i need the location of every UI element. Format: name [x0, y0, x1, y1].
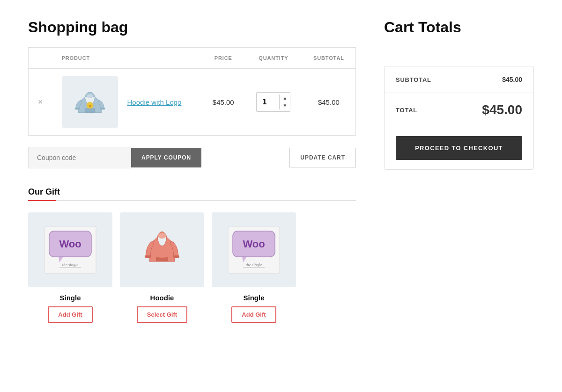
quantity-up-button[interactable]: ▲ — [280, 94, 290, 102]
add-gift-button-3[interactable]: Add Gift — [231, 306, 276, 323]
gift-divider — [28, 200, 356, 201]
gift-card-3: Woo the single Single Add Gift — [212, 212, 296, 323]
update-cart-button[interactable]: UPDATE CART — [289, 148, 356, 167]
quantity-down-button[interactable]: ▼ — [280, 102, 290, 109]
svg-text:Woo: Woo — [59, 238, 81, 250]
add-gift-button-1[interactable]: Add Gift — [48, 306, 92, 323]
gift-image-2 — [120, 212, 204, 287]
subtotal-row: SUBTOTAL $45.00 — [385, 66, 533, 93]
gift-items: Woo the single Single Add Gift — [28, 212, 356, 323]
svg-rect-12 — [145, 255, 151, 258]
remove-item-button[interactable]: × — [38, 98, 43, 106]
gift-image-1: Woo the single — [28, 212, 112, 287]
item-subtotal: $45.00 — [302, 69, 356, 136]
svg-rect-4 — [100, 108, 105, 110]
gift-name-1: Single — [59, 294, 81, 302]
total-label: TOTAL — [396, 107, 417, 114]
gift-card-2: Hoodie Select Gift — [120, 212, 204, 323]
shopping-bag-title: Shopping bag — [28, 19, 356, 36]
svg-rect-13 — [173, 255, 179, 258]
select-gift-button-2[interactable]: Select Gift — [137, 306, 187, 323]
item-quantity-cell: ▲ ▼ — [245, 69, 302, 136]
svg-point-11 — [158, 233, 166, 239]
subtotal-value: $45.00 — [502, 76, 522, 83]
cart-actions: APPLY COUPON UPDATE CART — [28, 147, 356, 168]
quantity-input[interactable] — [257, 93, 279, 111]
quantity-header: QUANTITY — [245, 48, 302, 69]
svg-rect-3 — [74, 108, 80, 110]
subtotal-header: SUBTOTAL — [302, 48, 356, 69]
gift-name-2: Hoodie — [150, 294, 174, 302]
item-price: $45.00 — [201, 69, 245, 136]
gift-name-3: Single — [243, 294, 264, 302]
product-header: PRODUCT — [52, 48, 202, 69]
cart-item-row: × — [29, 69, 356, 136]
cart-totals-box: SUBTOTAL $45.00 TOTAL $45.00 PROCEED TO … — [384, 66, 534, 170]
svg-point-0 — [86, 94, 93, 98]
our-gift-section: Our Gift Woo the single — [28, 187, 356, 323]
gift-image-3: Woo the single — [212, 212, 296, 287]
checkout-button[interactable]: PROCEED TO CHECKOUT — [396, 136, 522, 160]
product-image: 😊 — [62, 76, 118, 128]
total-value: $45.00 — [482, 102, 522, 117]
price-header: PRICE — [201, 48, 245, 69]
svg-text:😊: 😊 — [88, 104, 92, 108]
cart-totals-title: Cart Totals — [384, 19, 534, 36]
gift-card-1: Woo the single Single Add Gift — [28, 212, 112, 323]
apply-coupon-button[interactable]: APPLY COUPON — [131, 148, 201, 167]
svg-text:the single: the single — [62, 262, 79, 267]
svg-text:Woo: Woo — [243, 238, 265, 250]
cart-table: PRODUCT PRICE QUANTITY SUBTOTAL × — [28, 47, 356, 136]
our-gift-title: Our Gift — [28, 187, 356, 197]
coupon-input[interactable] — [28, 147, 131, 168]
svg-text:the single: the single — [246, 262, 262, 267]
total-row: TOTAL $45.00 — [385, 93, 533, 127]
product-name-link[interactable]: Hoodie with Logo — [127, 98, 182, 106]
subtotal-label: SUBTOTAL — [396, 76, 431, 83]
